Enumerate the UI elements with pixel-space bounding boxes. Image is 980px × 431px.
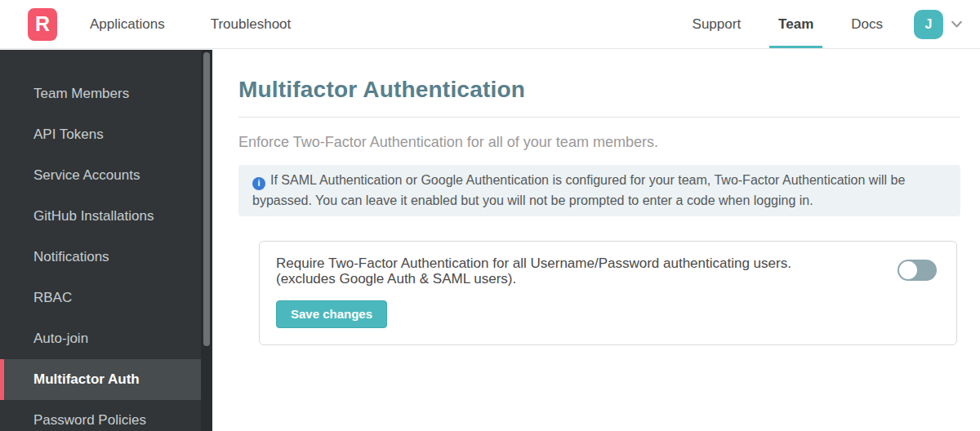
user-avatar[interactable]: J [914, 10, 943, 39]
sidebar-item-notifications[interactable]: Notifications [0, 237, 201, 278]
sidebar-item-api-tokens[interactable]: API Tokens [0, 114, 201, 155]
info-note: i If SAML Authentication or Google Authe… [238, 165, 960, 216]
sidebar-item-service-accounts[interactable]: Service Accounts [0, 155, 201, 196]
avatar-initial: J [925, 17, 933, 32]
settings-sidebar: Team Members API Tokens Service Accounts… [0, 50, 212, 431]
nav-item-troubleshoot[interactable]: Troubleshoot [211, 0, 292, 48]
rollbar-logo[interactable]: R [28, 8, 57, 41]
nav-item-docs[interactable]: Docs [851, 0, 883, 48]
toggle-knob [899, 261, 917, 279]
main-content: Multifactor Authentication Enforce Two-F… [212, 50, 980, 431]
sidebar-item-password-policies[interactable]: Password Policies [0, 400, 201, 431]
sidebar-item-multifactor-auth[interactable]: Multifactor Auth [0, 359, 201, 400]
title-divider [238, 117, 960, 118]
sidebar-item-github-installations[interactable]: GitHub Installations [0, 196, 201, 237]
info-icon: i [252, 177, 265, 190]
chevron-down-icon[interactable] [950, 17, 964, 31]
requirement-line-2: (excludes Google Auth & SAML users). [276, 271, 791, 287]
secondary-nav: Support Team Docs J [655, 0, 964, 48]
sidebar-scrollbar-thumb[interactable] [203, 52, 210, 346]
topbar: R Applications Troubleshoot Support Team… [0, 0, 980, 49]
nav-item-team[interactable]: Team [778, 0, 813, 48]
sidebar-item-team-members[interactable]: Team Members [0, 73, 201, 114]
requirement-line-1: Require Two-Factor Authentication for al… [276, 255, 791, 271]
logo-letter: R [35, 12, 50, 36]
sidebar-item-auto-join[interactable]: Auto-join [0, 318, 201, 359]
two-factor-toggle[interactable] [898, 260, 937, 281]
page-title: Multifactor Authentication [238, 77, 960, 103]
page-description: Enforce Two-Factor Authentication for al… [238, 134, 960, 151]
primary-nav: Applications Troubleshoot [90, 0, 336, 48]
two-factor-card: Require Two-Factor Authentication for al… [259, 241, 957, 345]
info-note-text: If SAML Authentication or Google Authent… [252, 173, 905, 207]
nav-item-support[interactable]: Support [693, 0, 742, 48]
nav-item-applications[interactable]: Applications [90, 0, 165, 48]
sidebar-item-rbac[interactable]: RBAC [0, 278, 201, 318]
save-changes-button[interactable]: Save changes [276, 300, 387, 328]
two-factor-requirement-text: Require Two-Factor Authentication for al… [276, 255, 791, 287]
